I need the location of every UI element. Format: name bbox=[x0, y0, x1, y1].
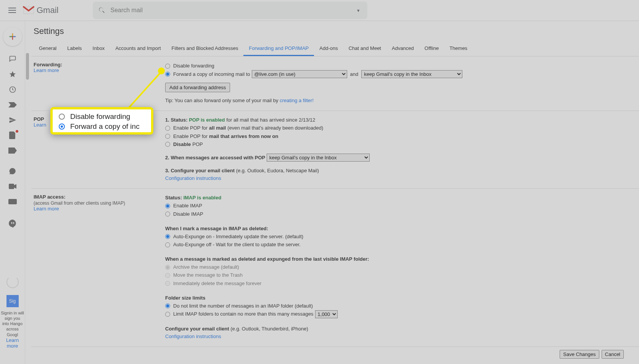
footer-buttons: Save Changes Cancel bbox=[31, 347, 639, 364]
drafts-icon[interactable] bbox=[8, 131, 17, 140]
callout-radio-forward bbox=[59, 123, 65, 130]
label-disable-forwarding: Disable forwarding bbox=[173, 62, 214, 70]
imap-status-value: IMAP is enabled bbox=[183, 195, 221, 200]
imap-delete-header: When I mark a message in IMAP as deleted… bbox=[165, 225, 637, 233]
scrollbar-thumb[interactable] bbox=[26, 53, 29, 80]
hangouts-signin-button[interactable]: Sig bbox=[6, 295, 19, 307]
radio-folder-limit[interactable] bbox=[165, 312, 170, 317]
radio-expunge-off[interactable] bbox=[165, 242, 170, 247]
pop-status-prefix: 1. Status: bbox=[165, 117, 189, 123]
tab-forwarding-and-pop-imap[interactable]: Forwarding and POP/IMAP bbox=[243, 42, 314, 56]
tab-labels[interactable]: Labels bbox=[62, 42, 87, 56]
forwarding-learn-more-link[interactable]: Learn more bbox=[34, 67, 59, 73]
tab-filters-and-blocked-addresses[interactable]: Filters and Blocked Addresses bbox=[166, 42, 244, 56]
pop-step2-label: 2. When messages are accessed with POP bbox=[165, 155, 265, 160]
folder-limits-header: Folder size limits bbox=[165, 294, 637, 302]
radio-imap-disable[interactable] bbox=[165, 212, 170, 216]
page-title: Settings bbox=[34, 26, 639, 36]
radio-expunge-on[interactable] bbox=[165, 234, 170, 239]
inbox-icon[interactable] bbox=[8, 55, 17, 64]
hangouts-icon[interactable] bbox=[8, 219, 17, 228]
radio-pop-all-mail[interactable] bbox=[165, 126, 170, 131]
label-forward-copy: Forward a copy of incoming mail to bbox=[173, 71, 250, 78]
starred-icon[interactable] bbox=[8, 70, 17, 79]
search-input[interactable] bbox=[110, 7, 354, 14]
hamburger-menu-icon[interactable] bbox=[5, 3, 20, 18]
radio-pop-disable[interactable] bbox=[165, 142, 170, 147]
radio-archive-message bbox=[165, 265, 170, 270]
cancel-button[interactable]: Cancel bbox=[602, 350, 624, 359]
radio-pop-new-mail[interactable] bbox=[165, 134, 170, 139]
sent-icon[interactable] bbox=[8, 115, 17, 125]
tab-general[interactable]: General bbox=[34, 42, 62, 56]
tab-chat-and-meet[interactable]: Chat and Meet bbox=[343, 42, 386, 56]
svg-rect-2 bbox=[8, 199, 17, 204]
tab-add-ons[interactable]: Add-ons bbox=[314, 42, 343, 56]
radio-delete-forever bbox=[165, 281, 170, 286]
hangouts-area: Sig Signin in will sign you into Hango a… bbox=[0, 276, 25, 364]
gmail-text: Gmail bbox=[37, 5, 58, 15]
radio-move-trash bbox=[165, 273, 170, 278]
hangouts-signin-text: Signin in will sign you into Hango acros… bbox=[0, 310, 25, 337]
select-forward-copy-action[interactable]: keep Gmail's copy in the Inbox bbox=[361, 70, 462, 78]
forwarding-label: Forwarding: bbox=[34, 62, 165, 67]
pop-config-link[interactable]: Configuration instructions bbox=[165, 175, 221, 181]
callout-text-disable: Disable forwarding bbox=[70, 112, 130, 121]
tab-accounts-and-import[interactable]: Accounts and Import bbox=[110, 42, 166, 56]
select-pop-action[interactable]: keep Gmail's copy in the Inbox bbox=[267, 154, 370, 162]
annotation-callout: Disable forwarding Forward a copy of inc bbox=[50, 107, 153, 135]
app-header: Gmail ▾ bbox=[0, 0, 639, 21]
important-icon[interactable] bbox=[8, 100, 17, 109]
hangouts-learn-more-link[interactable]: Learn more bbox=[6, 337, 19, 349]
callout-text-forward: Forward a copy of inc bbox=[70, 122, 140, 131]
tab-offline[interactable]: Offline bbox=[419, 42, 444, 56]
imap-config-link[interactable]: Configuration instructions bbox=[165, 334, 221, 339]
tab-themes[interactable]: Themes bbox=[444, 42, 473, 56]
radio-no-folder-limit[interactable] bbox=[165, 303, 170, 308]
svg-rect-1 bbox=[9, 184, 14, 189]
search-icon[interactable] bbox=[98, 6, 106, 14]
imap-label: IMAP access: bbox=[34, 194, 165, 200]
imap-status-prefix: Status: bbox=[165, 195, 183, 200]
imap-config-label: Configure your email client bbox=[165, 326, 229, 332]
pop-step3-label: 3. Configure your email client bbox=[165, 168, 235, 173]
callout-radio-disable bbox=[59, 114, 65, 120]
compose-button[interactable] bbox=[3, 27, 22, 46]
gmail-icon bbox=[23, 6, 34, 14]
left-rail: Sig Signin in will sign you into Hango a… bbox=[0, 21, 25, 364]
imap-sublabel: (access Gmail from other clients using I… bbox=[34, 200, 165, 206]
search-bar[interactable]: ▾ bbox=[93, 2, 367, 19]
keyboard-icon[interactable] bbox=[8, 197, 17, 206]
label-and: and bbox=[350, 71, 359, 78]
imap-learn-more-link[interactable]: Learn more bbox=[34, 206, 59, 212]
settings-tabs: GeneralLabelsInboxAccounts and ImportFil… bbox=[31, 42, 639, 56]
radio-imap-enable[interactable] bbox=[165, 204, 170, 208]
section-imap: IMAP access: (access Gmail from other cl… bbox=[31, 189, 639, 347]
pop-status-suffix: for all mail that has arrived since 2/13… bbox=[225, 117, 315, 123]
callout-pointer-dot bbox=[158, 67, 165, 74]
chat-icon[interactable] bbox=[8, 167, 17, 176]
create-filter-link[interactable]: creating a filter! bbox=[280, 98, 314, 103]
tab-inbox[interactable]: Inbox bbox=[87, 42, 110, 56]
add-forwarding-address-button[interactable]: Add a forwarding address bbox=[165, 83, 230, 92]
video-icon[interactable] bbox=[8, 182, 17, 191]
main-panel: Settings GeneralLabelsInboxAccounts and … bbox=[25, 21, 639, 364]
imap-expunged-header: When a message is marked as deleted and … bbox=[165, 255, 637, 263]
select-forward-address[interactable]: @live.com (in use) bbox=[252, 70, 347, 78]
radio-forward-copy[interactable] bbox=[165, 72, 170, 77]
radio-disable-forwarding[interactable] bbox=[165, 64, 170, 69]
snoozed-icon[interactable] bbox=[8, 85, 17, 94]
categories-icon[interactable] bbox=[8, 146, 17, 155]
pop-learn-more-link[interactable]: Learn bbox=[34, 122, 46, 128]
pop-status-value: POP is enabled bbox=[189, 117, 225, 123]
tab-advanced[interactable]: Advanced bbox=[386, 42, 419, 56]
avatar-placeholder bbox=[6, 276, 19, 288]
section-forwarding: Forwarding: Learn more Disable forwardin… bbox=[31, 56, 639, 111]
forwarding-tip-text: Tip: You can also forward only some of y… bbox=[165, 98, 280, 103]
select-folder-limit[interactable]: 1,000 bbox=[315, 310, 338, 318]
gmail-logo[interactable]: Gmail bbox=[23, 5, 58, 15]
search-options-icon[interactable]: ▾ bbox=[354, 6, 362, 14]
save-changes-button[interactable]: Save Changes bbox=[560, 350, 599, 359]
content-area: Sig Signin in will sign you into Hango a… bbox=[0, 21, 639, 364]
